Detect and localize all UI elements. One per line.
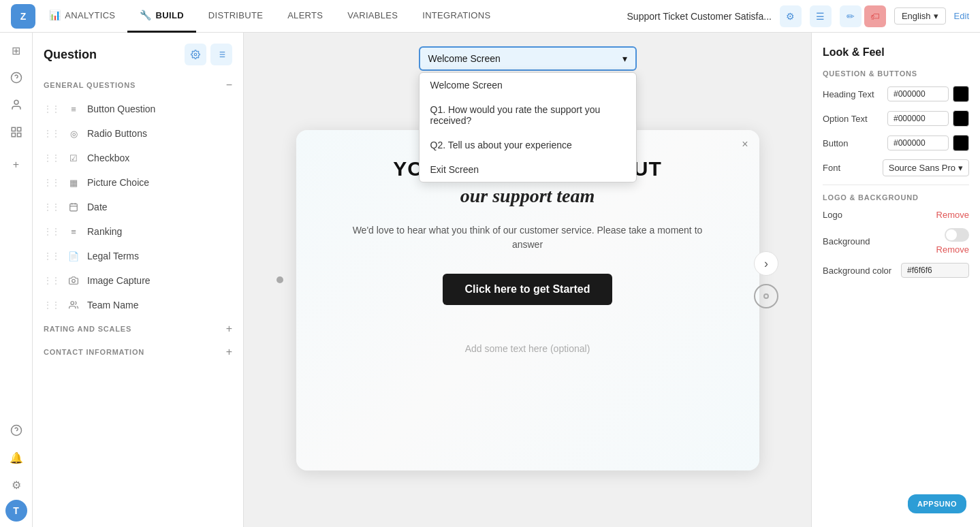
screen-option-exit[interactable]: Exit Screen bbox=[420, 157, 636, 182]
background-toggle[interactable] bbox=[945, 228, 969, 242]
bg-color-input[interactable] bbox=[901, 263, 969, 278]
panel-background-label: Background bbox=[823, 236, 870, 246]
checkbox-label: Checkbox bbox=[87, 153, 129, 163]
canvas-target-inner bbox=[763, 293, 769, 299]
general-questions-label: GENERAL QUESTIONS bbox=[44, 81, 136, 89]
icon-bar-help[interactable] bbox=[4, 418, 29, 443]
sidebar-list-button[interactable] bbox=[210, 44, 232, 65]
font-chevron-icon: ▾ bbox=[958, 163, 963, 173]
panel-heading-color-row bbox=[887, 86, 969, 102]
tag-button[interactable]: 🏷 bbox=[864, 5, 886, 27]
panel-font-label: Font bbox=[823, 163, 840, 173]
option-color-swatch[interactable] bbox=[953, 110, 969, 127]
contact-information-header[interactable]: CONTACT INFORMATION + bbox=[33, 340, 243, 364]
panel-button-row: Button bbox=[823, 135, 969, 151]
settings-button[interactable]: ⚙ bbox=[780, 5, 802, 27]
canvas-area: Welcome Screen ▾ Welcome Screen Q1. How … bbox=[244, 33, 811, 527]
survey-subheading: our support team bbox=[337, 185, 718, 207]
sidebar-item-image-capture[interactable]: ⋮⋮ Image Capture bbox=[33, 268, 243, 293]
rating-scales-label: RATING AND SCALES bbox=[44, 325, 131, 333]
panel-bg-color-row: Background color bbox=[823, 263, 969, 278]
remove-logo-button[interactable]: Remove bbox=[936, 210, 969, 220]
app-logo[interactable]: Z bbox=[11, 4, 35, 29]
appsumo-label: APPSUNO bbox=[917, 500, 957, 508]
icon-bar-layers[interactable] bbox=[4, 120, 29, 144]
picture-choice-icon: ▦ bbox=[67, 176, 80, 189]
drag-handle-icon: ⋮⋮ bbox=[44, 251, 60, 261]
panel-title: Look & Feel bbox=[823, 46, 969, 59]
sidebar-item-button-question[interactable]: ⋮⋮ ≡ Button Question bbox=[33, 97, 243, 121]
nav-integrations[interactable]: INTEGRATIONS bbox=[410, 0, 503, 33]
chevron-down-icon: ▾ bbox=[934, 11, 938, 21]
icon-bar-question[interactable] bbox=[4, 65, 29, 90]
icon-bar-add[interactable]: + bbox=[4, 153, 29, 177]
rating-scales-header[interactable]: RATING AND SCALES + bbox=[33, 317, 243, 340]
checkbox-icon: ☑ bbox=[67, 151, 80, 165]
appsumo-badge[interactable]: APPSUNO bbox=[908, 494, 966, 513]
screen-selector-button[interactable]: Welcome Screen ▾ bbox=[419, 46, 637, 71]
remove-bg-button[interactable]: Remove bbox=[936, 244, 969, 255]
option-color-input[interactable] bbox=[887, 111, 949, 126]
nav-build[interactable]: 🔧 BUILD bbox=[127, 0, 196, 33]
icon-bar-grid[interactable]: ⊞ bbox=[4, 38, 29, 63]
sidebar-settings-button[interactable] bbox=[185, 44, 206, 65]
survey-cta-button[interactable]: Click here to get Started bbox=[443, 274, 612, 305]
sidebar-item-legal-terms[interactable]: ⋮⋮ 📄 Legal Terms bbox=[33, 244, 243, 268]
nav-distribute[interactable]: DISTRIBUTE bbox=[196, 0, 275, 33]
panel-bg-controls: Remove bbox=[936, 228, 969, 255]
heading-color-swatch[interactable] bbox=[953, 86, 969, 102]
svg-rect-16 bbox=[70, 204, 78, 211]
nav-variables[interactable]: VARIABLES bbox=[335, 0, 410, 33]
nav-integrations-label: INTEGRATIONS bbox=[422, 10, 490, 20]
sidebar-item-radio-buttons[interactable]: ⋮⋮ ◎ Radio Buttons bbox=[33, 121, 243, 146]
build-icon: 🔧 bbox=[140, 10, 151, 20]
rating-scales-toggle[interactable]: + bbox=[226, 323, 232, 335]
sidebar-item-team-name[interactable]: ⋮⋮ Team Name bbox=[33, 293, 243, 317]
picture-choice-label: Picture Choice bbox=[87, 177, 149, 188]
general-questions-header[interactable]: GENERAL QUESTIONS − bbox=[33, 74, 243, 97]
sidebar-item-picture-choice[interactable]: ⋮⋮ ▦ Picture Choice bbox=[33, 170, 243, 195]
screen-option-q2-label: Q2. Tell us about your experience bbox=[430, 140, 572, 150]
general-questions-toggle[interactable]: − bbox=[226, 79, 232, 91]
icon-bar-settings[interactable]: ⚙ bbox=[4, 473, 29, 497]
canvas-next-button[interactable]: › bbox=[754, 251, 778, 276]
screen-option-q1[interactable]: Q1. How would you rate the support you r… bbox=[420, 97, 636, 133]
canvas-target-button[interactable] bbox=[754, 284, 778, 308]
drag-handle-icon: ⋮⋮ bbox=[44, 153, 60, 163]
contact-information-label: CONTACT INFORMATION bbox=[44, 348, 144, 356]
pencil-button[interactable]: ✏ bbox=[840, 5, 862, 27]
screen-option-welcome[interactable]: Welcome Screen bbox=[420, 73, 636, 97]
panel-logo-label: Logo bbox=[823, 210, 842, 220]
sidebar-item-checkbox[interactable]: ⋮⋮ ☑ Checkbox bbox=[33, 146, 243, 170]
nav-alerts[interactable]: ALERTS bbox=[275, 0, 335, 33]
sidebar-item-date[interactable]: ⋮⋮ Date bbox=[33, 195, 243, 219]
icon-bar-bell[interactable]: 🔔 bbox=[4, 445, 29, 470]
icon-bar-avatar[interactable]: T bbox=[5, 500, 27, 522]
sidebar-item-ranking[interactable]: ⋮⋮ ≡ Ranking bbox=[33, 219, 243, 244]
list-button[interactable]: ☰ bbox=[810, 5, 832, 27]
button-question-label: Button Question bbox=[87, 103, 155, 114]
icon-bar-user[interactable] bbox=[4, 93, 29, 117]
nav-analytics[interactable]: 📊 ANALYTICS bbox=[44, 0, 127, 33]
language-selector[interactable]: English ▾ bbox=[894, 7, 946, 25]
contact-information-toggle[interactable]: + bbox=[226, 346, 232, 358]
screen-selector-container: Welcome Screen ▾ Welcome Screen Q1. How … bbox=[419, 46, 637, 182]
edit-button[interactable]: Edit bbox=[954, 11, 969, 21]
panel-heading-text-label: Heading Text bbox=[823, 89, 874, 99]
survey-close-button[interactable]: × bbox=[742, 138, 748, 150]
panel-logo-bg-subtitle: LOGO & BACKGROUND bbox=[823, 193, 969, 202]
screen-option-q2[interactable]: Q2. Tell us about your experience bbox=[420, 133, 636, 157]
chevron-down-icon: ▾ bbox=[622, 53, 627, 64]
panel-option-text-row: Option Text bbox=[823, 110, 969, 127]
canvas-left-nav bbox=[276, 276, 283, 283]
svg-point-2 bbox=[14, 100, 18, 104]
nav-analytics-label: ANALYTICS bbox=[65, 10, 115, 20]
panel-button-label: Button bbox=[823, 138, 849, 148]
font-selector[interactable]: Source Sans Pro ▾ bbox=[883, 159, 969, 176]
language-label: English bbox=[902, 11, 931, 21]
button-color-swatch[interactable] bbox=[953, 135, 969, 151]
heading-color-input[interactable] bbox=[887, 86, 949, 101]
button-color-input[interactable] bbox=[887, 135, 949, 150]
panel-divider bbox=[823, 185, 969, 185]
drag-handle-icon: ⋮⋮ bbox=[44, 178, 60, 187]
